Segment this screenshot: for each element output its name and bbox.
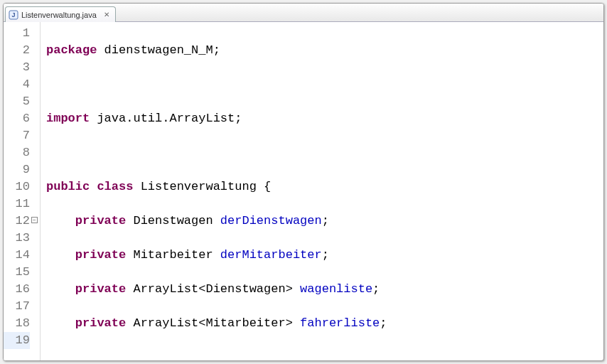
file-tab[interactable]: J Listenverwaltung.java ✕ [5,6,116,22]
line-number: 13 [4,230,30,247]
line-number: 17 [4,298,30,315]
code-line: private Mitarbeiter derMitarbeiter; [46,247,603,264]
code-line: public class Listenverwaltung { [46,178,603,196]
fold-toggle-icon[interactable]: − [31,217,38,223]
line-number: 10 [4,178,30,196]
line-number: 11 [4,196,30,213]
line-number: 4 [4,76,30,93]
line-number-gutter: 123456789101112−13141516171819 [4,22,41,360]
line-number: 7 [4,127,30,144]
line-number: 5 [4,93,30,110]
line-number: 3 [4,59,30,76]
line-number: 18 [4,315,30,332]
line-number: 1 [4,25,30,42]
java-file-icon: J [9,10,18,20]
line-number: 14 [4,247,30,264]
line-number: 19 [4,332,30,349]
svg-text:J: J [11,11,15,18]
code-line: package dienstwagen_N_M; [46,42,603,59]
line-number: 2 [4,42,30,59]
code-line [46,76,603,93]
code-line: private Dienstwagen derDienstwagen; [46,213,603,230]
code-area[interactable]: package dienstwagen_N_M; import java.uti… [41,22,603,360]
line-number: 15 [4,264,30,281]
line-number: 8 [4,144,30,161]
tab-filename: Listenverwaltung.java [21,11,97,19]
close-icon[interactable]: ✕ [102,11,111,19]
code-line [46,349,603,360]
code-line: import java.util.ArrayList; [46,110,603,127]
editor-body: 123456789101112−13141516171819 package d… [4,22,603,360]
code-line: private ArrayList<Dienstwagen> wagenlist… [46,281,603,298]
line-number: 9 [4,161,30,178]
line-number: 6 [4,110,30,127]
line-number: 12− [4,213,30,230]
code-line: private ArrayList<Mitarbeiter> fahrerlis… [46,315,603,332]
code-line [46,144,603,161]
line-number: 16 [4,281,30,298]
tab-bar: J Listenverwaltung.java ✕ [4,4,603,22]
editor-frame: J Listenverwaltung.java ✕ 12345678910111… [3,3,604,361]
